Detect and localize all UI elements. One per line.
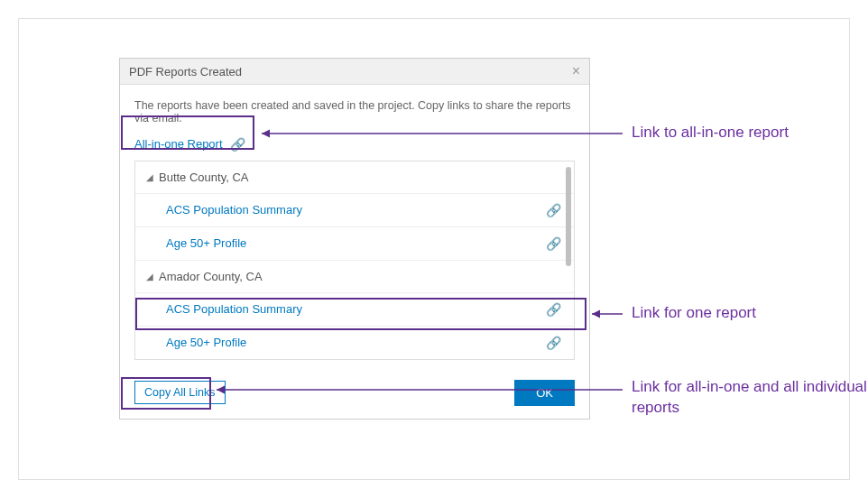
link-icon[interactable]: 🔗 [230, 137, 245, 152]
link-icon[interactable]: 🔗 [546, 302, 561, 317]
county-name: Amador County, CA [159, 270, 263, 283]
report-item: ACS Population Summary 🔗 [135, 193, 574, 226]
report-item: ACS Population Summary 🔗 [135, 292, 574, 326]
pdf-reports-dialog: PDF Reports Created × The reports have b… [119, 58, 590, 420]
annotation-all-in-one: Link to all-in-one report [632, 123, 789, 143]
link-icon[interactable]: 🔗 [546, 236, 561, 251]
chevron-down-icon: ◢ [146, 172, 153, 182]
all-in-one-report-link[interactable]: All-in-one Report [134, 137, 223, 151]
report-link[interactable]: ACS Population Summary [166, 203, 302, 217]
report-item: Age 50+ Profile 🔗 [135, 326, 574, 359]
report-link[interactable]: Age 50+ Profile [166, 336, 246, 349]
chevron-down-icon: ◢ [146, 272, 153, 281]
link-icon[interactable]: 🔗 [546, 336, 561, 350]
dialog-footer: Copy All Links OK [120, 371, 589, 419]
report-list: ◢ Butte County, CA ACS Population Summar… [134, 161, 575, 360]
report-item: Age 50+ Profile 🔗 [135, 226, 574, 260]
report-link[interactable]: Age 50+ Profile [166, 236, 246, 250]
county-name: Butte County, CA [159, 171, 248, 184]
dialog-description: The reports have been created and saved … [134, 99, 575, 124]
county-header-amador[interactable]: ◢ Amador County, CA [135, 260, 574, 292]
close-icon[interactable]: × [572, 64, 580, 78]
report-link[interactable]: ACS Population Summary [166, 302, 302, 316]
all-in-one-row: All-in-one Report 🔗 [134, 137, 245, 152]
dialog-header: PDF Reports Created × [120, 59, 589, 85]
copy-all-links-button[interactable]: Copy All Links [134, 381, 226, 404]
link-icon[interactable]: 🔗 [546, 203, 561, 217]
dialog-title: PDF Reports Created [129, 65, 242, 78]
scrollbar[interactable] [566, 167, 571, 266]
county-header-butte[interactable]: ◢ Butte County, CA [135, 161, 574, 193]
annotation-copy-all: Link for all-in-one and all individual r… [632, 377, 868, 419]
dialog-body: The reports have been created and saved … [120, 85, 589, 371]
annotation-one-report: Link for one report [632, 303, 756, 324]
ok-button[interactable]: OK [514, 380, 575, 406]
